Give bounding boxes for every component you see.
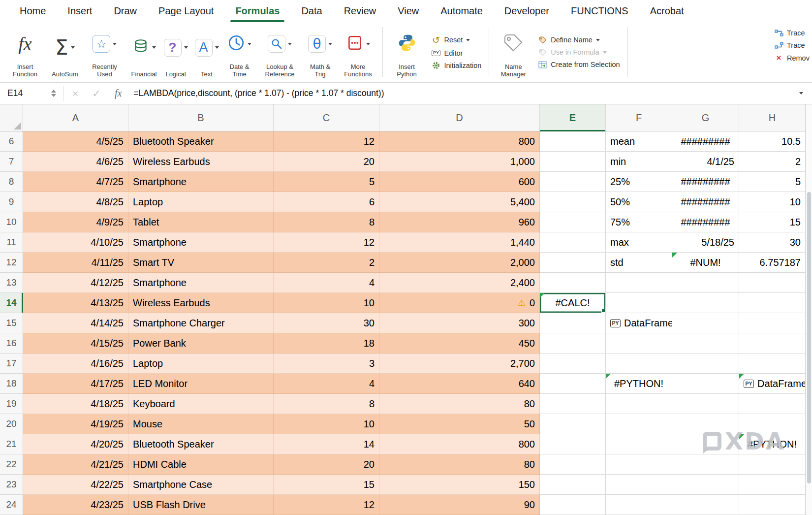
cell-E21[interactable] bbox=[540, 434, 606, 454]
logical-button[interactable]: ? Logical bbox=[160, 23, 191, 81]
cell-G13[interactable] bbox=[672, 273, 739, 293]
cell-H13[interactable] bbox=[739, 273, 806, 293]
cell-H8[interactable]: 5 bbox=[739, 172, 806, 192]
cell-D22[interactable]: 80 bbox=[379, 454, 540, 475]
cell-B21[interactable]: Bluetooth Speaker bbox=[128, 434, 274, 454]
cell-G21[interactable] bbox=[672, 434, 739, 454]
cell-C6[interactable]: 12 bbox=[274, 131, 379, 152]
cell-H16[interactable] bbox=[739, 333, 806, 354]
cell-C22[interactable]: 20 bbox=[274, 454, 379, 475]
row-header-18[interactable]: 18 bbox=[0, 374, 23, 394]
cell-E15[interactable] bbox=[540, 313, 606, 333]
cell-A18[interactable]: 4/17/25 bbox=[23, 374, 128, 394]
row-header-22[interactable]: 22 bbox=[0, 454, 23, 475]
row-header-21[interactable]: 21 bbox=[0, 434, 23, 454]
create-from-selection-button[interactable]: Create from Selection bbox=[538, 61, 620, 68]
cell-C9[interactable]: 6 bbox=[274, 192, 379, 212]
cell-E14[interactable]: #CALC! bbox=[540, 293, 606, 313]
cell-A13[interactable]: 4/12/25 bbox=[23, 273, 128, 293]
row-header-20[interactable]: 20 bbox=[0, 414, 23, 434]
cell-G23[interactable] bbox=[672, 475, 739, 495]
cell-G9[interactable]: ######### bbox=[672, 192, 739, 212]
cell-A24[interactable]: 4/23/25 bbox=[23, 495, 128, 515]
tab-insert[interactable]: Insert bbox=[57, 0, 103, 22]
confirm-entry-icon[interactable]: ✓ bbox=[85, 88, 108, 99]
cell-C15[interactable]: 30 bbox=[274, 313, 379, 333]
row-header-10[interactable]: 10 bbox=[0, 212, 23, 232]
tab-automate[interactable]: Automate bbox=[430, 0, 494, 22]
vertical-scrollbar-thumb[interactable] bbox=[807, 192, 811, 483]
cell-F9[interactable]: 50% bbox=[606, 192, 672, 212]
cell-G19[interactable] bbox=[672, 394, 739, 414]
cell-E19[interactable] bbox=[540, 394, 606, 414]
row-header-9[interactable]: 9 bbox=[0, 192, 23, 212]
insert-function-fx-icon[interactable]: fx bbox=[108, 88, 128, 99]
error-warning-icon[interactable]: ⚠ bbox=[518, 298, 526, 307]
cell-B14[interactable]: Wireless Earbuds bbox=[128, 293, 274, 313]
cell-F14[interactable] bbox=[606, 293, 672, 313]
cell-F12[interactable]: std bbox=[606, 253, 672, 273]
cell-D14[interactable]: ⚠0 bbox=[379, 293, 540, 313]
cell-C16[interactable]: 18 bbox=[274, 333, 379, 354]
cell-C20[interactable]: 10 bbox=[274, 414, 379, 434]
cell-C8[interactable]: 5 bbox=[274, 172, 379, 192]
tab-functions[interactable]: FUNCTIONS bbox=[560, 0, 639, 22]
cell-A14[interactable]: 4/13/25 bbox=[23, 293, 128, 313]
text-button[interactable]: A Text bbox=[191, 23, 222, 81]
cell-B7[interactable]: Wireless Earbuds bbox=[128, 152, 274, 172]
cell-H19[interactable] bbox=[739, 394, 806, 414]
row-header-14[interactable]: 14 bbox=[0, 293, 23, 313]
vertical-scrollbar[interactable] bbox=[806, 104, 812, 515]
use-in-formula-button[interactable]: Use in Formula bbox=[538, 48, 620, 56]
cell-B16[interactable]: Power Bank bbox=[128, 333, 274, 354]
row-header-6[interactable]: 6 bbox=[0, 131, 23, 152]
recently-used-button[interactable]: ☆ Recently Used bbox=[81, 23, 127, 81]
cell-E23[interactable] bbox=[540, 475, 606, 495]
row-header-11[interactable]: 11 bbox=[0, 232, 23, 253]
math-trig-button[interactable]: θ Math & Trig bbox=[303, 23, 338, 81]
tab-draw[interactable]: Draw bbox=[103, 0, 148, 22]
cell-G20[interactable] bbox=[672, 414, 739, 434]
cell-A11[interactable]: 4/10/25 bbox=[23, 232, 128, 253]
tab-acrobat[interactable]: Acrobat bbox=[639, 0, 695, 22]
cell-B10[interactable]: Tablet bbox=[128, 212, 274, 232]
cell-E9[interactable] bbox=[540, 192, 606, 212]
cell-G22[interactable] bbox=[672, 454, 739, 475]
cell-B9[interactable]: Laptop bbox=[128, 192, 274, 212]
cell-H24[interactable] bbox=[739, 495, 806, 515]
cell-A22[interactable]: 4/21/25 bbox=[23, 454, 128, 475]
cell-A8[interactable]: 4/7/25 bbox=[23, 172, 128, 192]
cell-G16[interactable] bbox=[672, 333, 739, 354]
cell-H22[interactable] bbox=[739, 454, 806, 475]
formula-bar-expand-icon[interactable] bbox=[799, 92, 803, 95]
cell-C19[interactable]: 8 bbox=[274, 394, 379, 414]
tab-view[interactable]: View bbox=[387, 0, 430, 22]
cell-C17[interactable]: 3 bbox=[274, 354, 379, 374]
cell-E24[interactable] bbox=[540, 495, 606, 515]
cell-H6[interactable]: 10.5 bbox=[739, 131, 806, 152]
cell-E10[interactable] bbox=[540, 212, 606, 232]
tab-developer[interactable]: Developer bbox=[494, 0, 560, 22]
cell-F8[interactable]: 25% bbox=[606, 172, 672, 192]
cell-E8[interactable] bbox=[540, 172, 606, 192]
row-header-13[interactable]: 13 bbox=[0, 273, 23, 293]
cell-B11[interactable]: Smartphone bbox=[128, 232, 274, 253]
cell-G14[interactable] bbox=[672, 293, 739, 313]
cell-C23[interactable]: 15 bbox=[274, 475, 379, 495]
cell-G10[interactable]: ######### bbox=[672, 212, 739, 232]
cell-F21[interactable] bbox=[606, 434, 672, 454]
cell-D16[interactable]: 450 bbox=[379, 333, 540, 354]
cell-C21[interactable]: 14 bbox=[274, 434, 379, 454]
autosum-button[interactable]: Σ AutoSum bbox=[48, 23, 81, 81]
tab-formulas[interactable]: Formulas bbox=[224, 0, 290, 22]
cell-G15[interactable] bbox=[672, 313, 739, 333]
cell-G12[interactable]: #NUM! bbox=[672, 253, 739, 273]
cell-F24[interactable] bbox=[606, 495, 672, 515]
cell-A15[interactable]: 4/14/25 bbox=[23, 313, 128, 333]
row-header-24[interactable]: 24 bbox=[0, 495, 23, 515]
cell-H12[interactable]: 6.757187 bbox=[739, 253, 806, 273]
cell-D8[interactable]: 600 bbox=[379, 172, 540, 192]
cell-B20[interactable]: Mouse bbox=[128, 414, 274, 434]
cell-B6[interactable]: Bluetooth Speaker bbox=[128, 131, 274, 152]
cell-D15[interactable]: 300 bbox=[379, 313, 540, 333]
